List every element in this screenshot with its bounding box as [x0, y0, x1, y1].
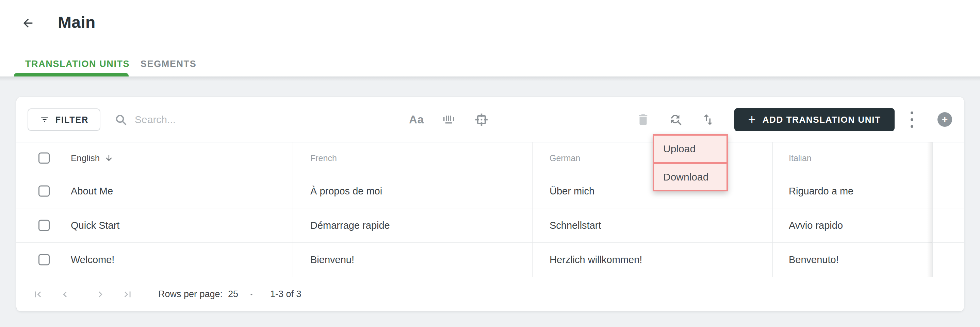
whole-word-toggle[interactable]	[437, 97, 461, 142]
tab-translation-units[interactable]: TRANSLATION UNITS	[25, 54, 130, 73]
import-export-icon	[701, 113, 715, 127]
filter-icon	[40, 115, 50, 124]
table-row[interactable]: About Me À propos de moi Über mich Rigua…	[16, 174, 964, 208]
add-translation-unit-button[interactable]: + ADD TRANSLATION UNIT	[734, 108, 894, 131]
column-header-french[interactable]: French	[310, 143, 337, 174]
row-checkbox[interactable]	[38, 186, 50, 197]
first-page-button[interactable]	[27, 277, 48, 311]
rows-per-page-label: Rows per page:	[158, 277, 223, 311]
table-row[interactable]: Quick Start Démarrage rapide Schnellstar…	[16, 208, 964, 243]
case-sensitive-icon: Aa	[409, 113, 424, 126]
cell-french[interactable]: Démarrage rapide	[310, 208, 390, 242]
more-options-button[interactable]	[904, 97, 920, 142]
menu-item-download[interactable]: Download	[653, 163, 728, 191]
filter-button[interactable]: FILTER	[27, 108, 100, 131]
column-divider	[932, 142, 933, 277]
last-page-button[interactable]	[118, 277, 138, 311]
caret-down-icon	[248, 290, 255, 298]
pagination-range: 1-3 of 3	[270, 277, 301, 311]
search-input[interactable]	[135, 114, 353, 125]
chevron-right-icon	[95, 289, 106, 300]
row-checkbox[interactable]	[38, 254, 50, 265]
import-export-menu: Upload Download	[653, 134, 728, 191]
frame-select-toggle[interactable]	[469, 97, 493, 142]
kebab-dot	[911, 118, 913, 121]
column-divider	[532, 142, 533, 277]
case-sensitive-toggle[interactable]: Aa	[404, 97, 428, 142]
cell-english[interactable]: Quick Start	[71, 208, 119, 242]
select-all-checkbox[interactable]	[38, 152, 50, 164]
first-page-icon	[32, 289, 43, 300]
selection-frame-icon	[474, 112, 489, 127]
column-header-english[interactable]: English	[71, 143, 113, 174]
rows-per-page-select[interactable]: 25	[228, 277, 255, 311]
column-header-italian[interactable]: Italian	[789, 143, 811, 174]
next-page-button[interactable]	[90, 277, 111, 311]
top-header: Main TRANSLATION UNITS SEGMENTS	[0, 0, 980, 76]
cell-french[interactable]: Bienvenu!	[310, 243, 354, 277]
back-button[interactable]	[20, 15, 36, 31]
chevron-left-icon	[59, 289, 71, 300]
plus-icon: +	[942, 114, 948, 124]
sort-desc-arrow-icon	[105, 154, 113, 162]
table-footer: Rows per page: 25 1-3 of 3	[16, 277, 964, 311]
cell-german[interactable]: Schnellstart	[550, 208, 601, 242]
cell-italian[interactable]: Avvio rapido	[789, 208, 843, 242]
cell-german[interactable]: Über mich	[550, 174, 595, 208]
arrow-left-icon	[21, 16, 35, 30]
column-divider	[293, 142, 293, 277]
pinned-column-shadow	[927, 142, 932, 277]
table-row[interactable]: Welcome! Bienvenu! Herzlich willkommen! …	[16, 243, 964, 277]
column-divider	[772, 142, 773, 277]
cell-german[interactable]: Herzlich willkommen!	[550, 243, 642, 277]
search-box	[115, 108, 353, 131]
search-icon	[115, 113, 127, 126]
cell-italian[interactable]: Benvenuto!	[789, 243, 839, 277]
menu-item-upload[interactable]: Upload	[653, 134, 728, 163]
row-checkbox[interactable]	[38, 220, 50, 231]
column-header-german[interactable]: German	[550, 143, 580, 174]
previous-page-button[interactable]	[55, 277, 75, 311]
cell-english[interactable]: Welcome!	[71, 243, 115, 277]
tab-segments[interactable]: SEGMENTS	[140, 54, 196, 73]
trash-icon	[636, 113, 650, 127]
cell-french[interactable]: À propos de moi	[310, 174, 382, 208]
kebab-dot	[911, 111, 913, 114]
rows-per-page-value: 25	[228, 289, 238, 300]
toolbar: FILTER Aa	[16, 97, 964, 142]
page-title: Main	[58, 13, 95, 32]
find-replace-icon	[669, 113, 683, 127]
whole-word-icon	[442, 113, 456, 127]
plus-icon: +	[748, 113, 756, 126]
delete-button[interactable]	[631, 97, 655, 142]
content-area: FILTER Aa	[0, 76, 980, 327]
cell-italian[interactable]: Riguardo a me	[789, 174, 853, 208]
cell-english[interactable]: About Me	[71, 174, 113, 208]
quick-add-button[interactable]: +	[937, 112, 952, 127]
table-header-row: English French German Italian	[16, 142, 964, 174]
active-tab-indicator	[14, 73, 129, 76]
last-page-icon	[122, 289, 134, 300]
translation-units-card: FILTER Aa	[16, 97, 964, 311]
app-root: Main TRANSLATION UNITS SEGMENTS FILTER	[0, 0, 980, 327]
kebab-dot	[911, 125, 913, 128]
